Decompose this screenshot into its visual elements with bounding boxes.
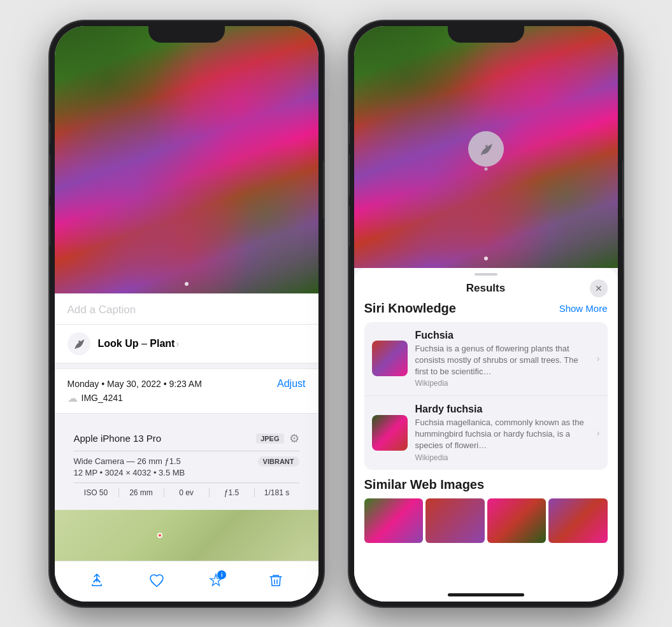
fuchsia-result[interactable]: Fuchsia Fuchsia is a genus of flowering …	[364, 322, 608, 397]
lookup-row[interactable]: Look Up – Plant›	[55, 325, 318, 363]
cloud-icon: ☁	[68, 392, 78, 404]
resolution-info: 12 MP • 3024 × 4032 • 3.5 MB	[74, 468, 299, 477]
map-section[interactable]	[55, 510, 318, 561]
bottom-toolbar: i	[55, 561, 318, 602]
info-button[interactable]: i	[204, 569, 227, 592]
similar-images-row	[364, 498, 608, 543]
share-icon	[89, 573, 104, 588]
show-more-button[interactable]: Show More	[559, 303, 608, 314]
date-text: Monday • May 30, 2022 • 9:23 AM	[68, 379, 202, 389]
siri-knowledge-title: Siri Knowledge	[364, 301, 456, 316]
similar-images-title: Similar Web Images	[364, 477, 485, 492]
right-screen: Results ✕ Siri Knowledge Show More	[354, 26, 618, 602]
share-button[interactable]	[85, 569, 108, 592]
hardy-fuchsia-source: Wikipedia	[415, 453, 589, 462]
hardy-fuchsia-desc: Fuchsia magellanica, commonly known as t…	[415, 417, 589, 452]
delete-button[interactable]	[264, 569, 287, 592]
results-content: Siri Knowledge Show More Fuchsia Fuchsia…	[354, 301, 618, 589]
leaf-lookup-icon	[73, 337, 85, 350]
results-sheet: Results ✕ Siri Knowledge Show More	[354, 268, 618, 589]
flower-photo-right	[354, 26, 618, 268]
hardy-fuchsia-text: Hardy fuchsia Fuchsia magellanica, commo…	[415, 404, 589, 462]
similar-image-2[interactable]	[425, 498, 485, 543]
camera-section: Apple iPhone 13 Pro JPEG ⚙ Wide Camera —…	[61, 424, 312, 505]
gear-icon[interactable]: ⚙	[289, 432, 299, 446]
format-tag: JPEG	[256, 433, 283, 444]
photo-info-section: Monday • May 30, 2022 • 9:23 AM Adjust ☁…	[55, 369, 318, 414]
hardy-fuchsia-chevron: ›	[597, 428, 600, 438]
home-indicator-right	[354, 589, 618, 602]
caption-area[interactable]: Add a Caption	[55, 293, 318, 325]
spec-iso: ISO 50	[74, 488, 119, 497]
fuchsia-chevron: ›	[597, 353, 600, 363]
visual-search-bubble	[468, 131, 504, 167]
filename: IMG_4241	[82, 393, 123, 403]
left-phone: Add a Caption Look Up – Plant› Monday • …	[50, 21, 324, 607]
hardy-fuchsia-name: Hardy fuchsia	[415, 404, 589, 415]
similar-image-3[interactable]	[487, 498, 547, 543]
similar-image-1[interactable]	[364, 498, 424, 543]
similar-image-4[interactable]	[548, 498, 608, 543]
bubble-connector	[484, 167, 487, 171]
adjust-button[interactable]: Adjust	[277, 378, 305, 390]
results-title: Results	[466, 282, 505, 295]
vibrant-tag: VIBRANT	[258, 456, 299, 467]
like-button[interactable]	[145, 569, 168, 592]
lookup-label[interactable]: Look Up – Plant›	[98, 338, 180, 349]
spec-focal: 26 mm	[119, 488, 164, 497]
trash-icon	[268, 573, 283, 588]
lens-info: Wide Camera — 26 mm ƒ1.5 VIBRANT	[74, 456, 299, 466]
result-card: Fuchsia Fuchsia is a genus of flowering …	[364, 322, 608, 470]
right-phone: Results ✕ Siri Knowledge Show More	[349, 21, 623, 607]
fuchsia-source: Wikipedia	[415, 379, 589, 388]
hardy-fuchsia-thumbnail	[372, 415, 408, 451]
spec-aperture: ƒ1.5	[210, 488, 255, 497]
leaf-icon	[478, 141, 494, 157]
heart-icon	[149, 573, 164, 588]
info-badge-dot: i	[217, 570, 226, 579]
fuchsia-desc: Fuchsia is a genus of flowering plants t…	[415, 343, 589, 378]
left-screen: Add a Caption Look Up – Plant› Monday • …	[55, 26, 318, 602]
fuchsia-text: Fuchsia Fuchsia is a genus of flowering …	[415, 330, 589, 388]
similar-images-section: Similar Web Images	[364, 477, 608, 543]
caption-placeholder[interactable]: Add a Caption	[68, 304, 136, 316]
spec-ev: 0 ev	[164, 488, 210, 497]
fuchsia-thumbnail	[372, 341, 408, 376]
hardy-fuchsia-result[interactable]: Hardy fuchsia Fuchsia magellanica, commo…	[364, 396, 608, 470]
siri-knowledge-section: Siri Knowledge Show More Fuchsia Fuchsia…	[364, 301, 608, 470]
spec-shutter: 1/181 s	[255, 488, 299, 497]
lookup-icon-wrap	[68, 332, 90, 355]
fuchsia-name: Fuchsia	[415, 330, 589, 341]
camera-model: Apple iPhone 13 Pro	[74, 433, 162, 444]
flower-photo-left[interactable]	[55, 26, 318, 293]
results-header: Results ✕	[354, 276, 618, 301]
close-button[interactable]: ✕	[590, 279, 608, 297]
